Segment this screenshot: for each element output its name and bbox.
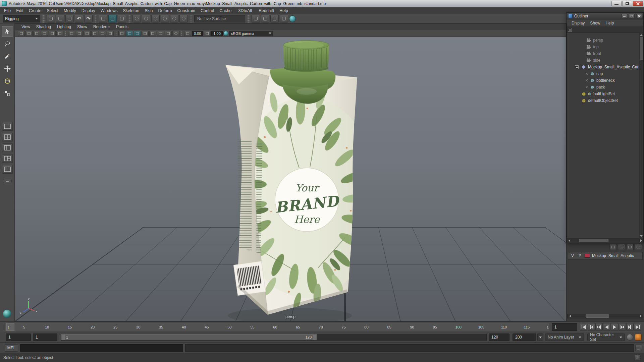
outliner-item-persp[interactable]: persp [567, 37, 643, 44]
select-hierarchy-button[interactable] [99, 15, 107, 22]
command-language-toggle[interactable]: MEL [5, 344, 18, 352]
file-new-button[interactable] [47, 15, 55, 22]
close-button[interactable] [633, 1, 643, 6]
render-current-frame-button[interactable] [261, 15, 269, 22]
outliner-maximize-button[interactable] [629, 14, 635, 18]
film-gate-toggle[interactable] [68, 31, 75, 36]
title-bar[interactable]: Autodesk Maya 2016: C:\Users\AMDA8\Deskt… [0, 0, 644, 7]
lasso-tool-button[interactable] [2, 39, 13, 49]
layer-visibility-toggle[interactable]: V [570, 253, 575, 258]
mel-command-input[interactable] [20, 344, 183, 352]
bookmarks-button[interactable] [41, 31, 48, 36]
animation-start-field[interactable]: 1 [6, 334, 31, 341]
color-management-icon[interactable] [289, 15, 296, 22]
menu-set-dropdown[interactable]: Rigging [3, 15, 40, 22]
render-view-button[interactable] [252, 15, 260, 22]
gamma-field[interactable]: 1.00 [211, 31, 222, 36]
script-editor-button[interactable] [635, 345, 642, 351]
color-space-dropdown[interactable]: sRGB gamma [229, 31, 273, 36]
menu-item[interactable]: Constrain [175, 7, 198, 14]
layer-playback-toggle[interactable]: P [577, 253, 583, 258]
ipr-render-button[interactable] [270, 15, 279, 22]
layers-normal-mode-button[interactable] [609, 244, 617, 250]
scroll-left-arrow[interactable] [567, 239, 572, 243]
textured-mode-button[interactable] [134, 31, 141, 36]
playback-range-bar[interactable]: 1 120 [61, 334, 317, 340]
file-save-button[interactable] [65, 15, 74, 22]
scrollbar-thumb[interactable] [640, 37, 643, 60]
viewport-canvas[interactable]: Your BRAND Here [15, 37, 566, 321]
time-slider[interactable]: 1 51015202530354045505560657075808590951… [5, 323, 549, 331]
menu-item[interactable]: Deform [156, 7, 175, 14]
use-all-lights-toggle[interactable] [142, 31, 149, 36]
layer-color-swatch[interactable] [585, 254, 590, 258]
color-management-toggle[interactable] [223, 31, 228, 36]
range-slider-track[interactable]: 1 120 [61, 334, 487, 341]
outliner-item-front[interactable]: front [567, 50, 643, 57]
snap-to-points-toggle[interactable] [151, 15, 160, 22]
scale-tool-button[interactable] [2, 88, 13, 99]
create-layer-from-selected-button[interactable] [635, 244, 642, 250]
outliner-item-mockup-group[interactable]: Mockup_Small_Aseptic_Cart [567, 64, 643, 70]
outliner-item-bottleneck[interactable]: bottleneck [567, 77, 643, 84]
panel-menu-item[interactable]: Show [74, 24, 90, 30]
undo-button[interactable]: ↶ [75, 15, 83, 22]
layout-single-pane-button[interactable] [2, 122, 13, 131]
select-camera-button[interactable] [18, 31, 25, 36]
menu-item[interactable]: Skeleton [120, 7, 142, 14]
play-backwards-button[interactable] [603, 323, 610, 331]
layout-outliner-persp-button[interactable] [2, 165, 13, 174]
perspective-view-shortcut[interactable] [2, 309, 12, 319]
shaded-mode-button[interactable] [126, 31, 133, 36]
playback-end-field[interactable]: 120 [489, 334, 509, 341]
collapse-expand-icon[interactable] [575, 65, 579, 69]
toolbar-separator[interactable] [190, 15, 192, 23]
safe-action-toggle[interactable] [99, 31, 106, 36]
display-layer-row[interactable]: V P Mockup_Small_Aseptic [568, 252, 643, 259]
minimize-button[interactable] [611, 1, 622, 6]
wireframe-mode-button[interactable] [118, 31, 125, 36]
outliner-search-input[interactable] [573, 27, 642, 32]
snap-to-projected-center-toggle[interactable] [161, 15, 169, 22]
playback-options-button[interactable] [537, 334, 543, 341]
live-surface-field[interactable]: No Live Surface [194, 15, 245, 22]
outliner-title-bar[interactable]: Outliner [567, 13, 643, 19]
redo-button[interactable]: ↷ [84, 15, 93, 22]
menu-item[interactable]: Skin [142, 7, 155, 14]
select-component-button[interactable] [118, 15, 126, 22]
layout-two-pane-side-button[interactable] [2, 143, 13, 152]
outliner-item-defaultlightset[interactable]: defaultLightSet [567, 90, 643, 97]
anim-layer-dropdown[interactable]: No Anim Layer [545, 334, 584, 341]
step-forward-key-button[interactable] [626, 323, 634, 331]
menu-item[interactable]: Display [79, 7, 98, 14]
layout-four-pane-button[interactable] [2, 133, 13, 141]
filter-icon[interactable] [568, 28, 572, 32]
gamma-icon[interactable] [204, 31, 211, 36]
menu-item[interactable]: Create [26, 7, 44, 14]
outliner-menu-item[interactable]: Help [603, 21, 616, 25]
outliner-vertical-scrollbar[interactable] [639, 33, 643, 238]
shadows-toggle[interactable] [149, 31, 156, 36]
scroll-right-arrow[interactable] [638, 314, 643, 318]
gate-mask-toggle[interactable] [84, 31, 91, 36]
snap-to-view-planes-toggle[interactable] [170, 15, 178, 22]
safe-title-toggle[interactable] [107, 31, 114, 36]
menu-item[interactable]: File [1, 7, 13, 14]
outliner-item-cap[interactable]: cap [567, 70, 643, 77]
rotate-tool-button[interactable] [2, 76, 13, 86]
auto-keyframe-toggle[interactable] [627, 334, 633, 341]
step-back-frame-button[interactable] [595, 323, 603, 331]
two-d-pan-zoom-toggle[interactable] [56, 31, 63, 36]
playback-start-field[interactable]: 1 [33, 334, 57, 341]
panel-menu-item[interactable]: Renderer [90, 24, 113, 30]
anti-alias-toggle[interactable] [172, 31, 179, 36]
menu-item[interactable]: Redshift [256, 7, 277, 14]
animation-end-field[interactable]: 200 [513, 334, 536, 341]
maximize-button[interactable] [622, 1, 632, 6]
step-back-key-button[interactable] [588, 323, 595, 331]
make-live-toggle[interactable] [179, 15, 188, 22]
outliner-menu-item[interactable]: Display [569, 21, 587, 25]
layout-three-pane-button[interactable] [2, 154, 13, 163]
go-to-start-button[interactable] [580, 323, 587, 331]
step-forward-frame-button[interactable] [619, 323, 626, 331]
